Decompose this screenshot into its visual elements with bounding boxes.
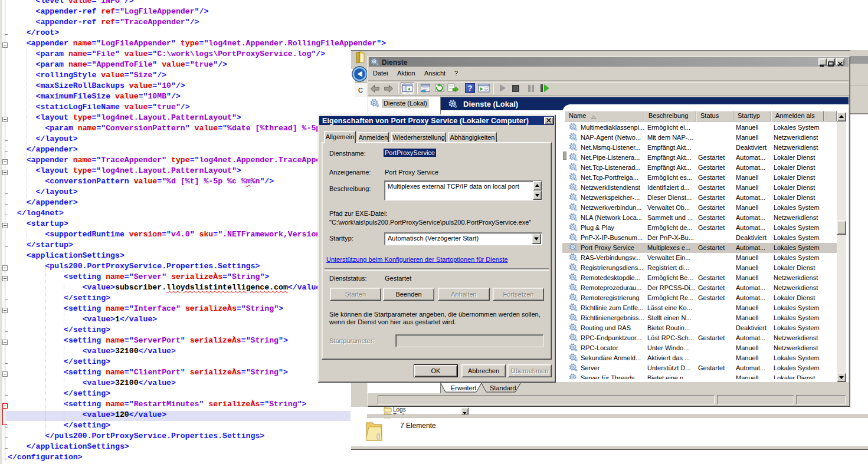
svg-text:Standard: Standard [490, 384, 516, 391]
svg-text:Erweitert: Erweitert [451, 384, 476, 391]
